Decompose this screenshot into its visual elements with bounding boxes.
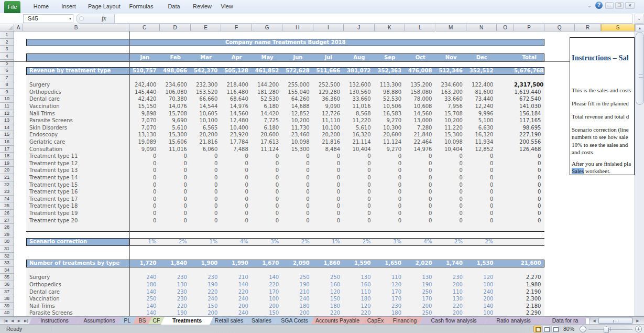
data-cell[interactable]: 170 <box>252 288 279 296</box>
data-cell[interactable]: 0 <box>282 160 309 167</box>
section-monthly-total[interactable]: 505,128 <box>221 68 248 74</box>
data-cell[interactable]: 140 <box>129 303 156 310</box>
data-cell[interactable]: 0 <box>160 174 187 181</box>
data-cell[interactable]: 0 <box>375 202 401 210</box>
ribbon-tab-insert[interactable]: Insert <box>60 0 77 13</box>
data-cell[interactable]: 0 <box>375 181 401 189</box>
data-cell[interactable]: 0 <box>313 217 340 224</box>
data-cell[interactable]: 155,040 <box>282 89 309 96</box>
data-cell[interactable]: 0 <box>466 202 493 210</box>
total-cell[interactable]: 117,165 <box>514 117 541 124</box>
section-grand-total[interactable]: 5,676,768 <box>514 68 541 74</box>
row-header-23[interactable]: 23 <box>0 188 14 196</box>
column-header-S[interactable]: S <box>601 24 635 31</box>
data-cell[interactable]: 0 <box>252 174 279 181</box>
ribbon-tab-review[interactable]: Review <box>191 0 213 13</box>
data-cell[interactable]: 220 <box>221 288 248 296</box>
row-header-14[interactable]: 14 <box>0 124 14 132</box>
section-grand-total[interactable]: 21,600 <box>514 260 541 267</box>
section-monthly-total[interactable]: 461,852 <box>252 68 279 74</box>
data-cell[interactable]: 0 <box>466 167 493 174</box>
data-cell[interactable]: 0 <box>221 210 248 217</box>
scenario-cell[interactable]: 1% <box>313 239 340 245</box>
data-cell[interactable]: 0 <box>191 181 217 189</box>
data-cell[interactable]: 7,280 <box>405 124 432 132</box>
data-cell[interactable]: 15,150 <box>129 103 156 110</box>
data-cell[interactable]: 10,100 <box>313 124 340 132</box>
data-cell[interactable]: 130 <box>160 281 187 288</box>
data-cell[interactable]: 11,124 <box>252 146 279 153</box>
data-cell[interactable]: 0 <box>252 153 279 160</box>
data-cell[interactable]: 5,610 <box>160 124 187 132</box>
row-header-22[interactable]: 22 <box>0 181 14 189</box>
data-cell[interactable]: 14,560 <box>221 110 248 117</box>
data-cell[interactable]: 200 <box>191 309 217 317</box>
data-cell[interactable]: 0 <box>466 210 493 217</box>
row-header-4[interactable]: 4 <box>0 53 14 60</box>
data-cell[interactable]: 0 <box>129 167 156 174</box>
data-cell[interactable]: 106,080 <box>160 89 187 96</box>
ribbon-collapse-icon[interactable]: ⌄ <box>586 3 593 9</box>
data-cell[interactable]: 14,976 <box>405 146 432 153</box>
data-cell[interactable]: 0 <box>375 174 401 181</box>
vertical-scrollbar[interactable]: ▲ <box>635 24 644 316</box>
total-cell[interactable]: 0 <box>514 196 541 203</box>
sheet-tab-cash-flow-analysis[interactable]: Cash flow analysis <box>419 317 488 325</box>
data-cell[interactable]: 0 <box>313 210 340 217</box>
data-cell[interactable]: 0 <box>375 210 401 217</box>
row-label[interactable]: Consultation <box>29 146 62 153</box>
data-cell[interactable]: 15,300 <box>436 131 463 138</box>
data-cell[interactable]: 10,300 <box>375 124 401 132</box>
data-cell[interactable]: 20,200 <box>191 131 217 138</box>
section-monthly-total[interactable]: 381,072 <box>344 68 370 74</box>
view-normal-button[interactable] <box>533 326 541 332</box>
data-cell[interactable]: 140 <box>252 274 279 281</box>
zoom-out-icon[interactable]: − <box>580 326 586 332</box>
data-cell[interactable]: 0 <box>313 202 340 210</box>
data-cell[interactable]: 0 <box>313 181 340 189</box>
row-label[interactable]: Treatment type 14 <box>29 174 78 181</box>
data-cell[interactable]: 0 <box>436 217 463 224</box>
data-cell[interactable]: 0 <box>129 210 156 217</box>
data-cell[interactable]: 12,726 <box>313 110 340 117</box>
data-cell[interactable]: 11,110 <box>313 117 340 124</box>
section-monthly-total[interactable]: 498,066 <box>160 68 187 74</box>
row-header-19[interactable]: 19 <box>0 160 14 167</box>
total-cell[interactable]: 2,317,500 <box>514 81 541 89</box>
data-cell[interactable]: 0 <box>221 174 248 181</box>
scenario-cell[interactable]: 2% <box>466 239 493 245</box>
month-header-mar[interactable]: Mar <box>191 54 221 61</box>
section-monthly-total[interactable]: 1,740 <box>436 260 463 267</box>
data-cell[interactable]: 5,100 <box>466 117 493 124</box>
data-cell[interactable]: 7,070 <box>129 117 156 124</box>
total-cell[interactable]: 1,980 <box>514 281 541 288</box>
name-box-dropdown-icon[interactable]: ▾ <box>67 14 73 23</box>
total-cell[interactable]: 0 <box>514 181 541 189</box>
row-header-35[interactable]: 35 <box>0 274 14 281</box>
data-cell[interactable]: 0 <box>313 174 340 181</box>
vertical-scroll-thumb[interactable] <box>636 32 644 105</box>
data-cell[interactable]: 6,180 <box>252 103 279 110</box>
total-cell[interactable]: 0 <box>514 210 541 217</box>
total-cell[interactable]: 2,300 <box>514 295 541 303</box>
data-cell[interactable]: 0 <box>313 153 340 160</box>
data-cell[interactable]: 13,000 <box>405 117 432 124</box>
data-cell[interactable]: 255,000 <box>282 81 309 89</box>
data-cell[interactable]: 0 <box>221 181 248 189</box>
total-cell[interactable]: 2,290 <box>514 309 541 317</box>
data-cell[interactable]: 0 <box>375 153 401 160</box>
data-cell[interactable]: 0 <box>375 167 401 174</box>
data-cell[interactable]: 0 <box>129 188 156 196</box>
month-header-apr[interactable]: Apr <box>221 54 252 61</box>
total-cell[interactable]: 0 <box>514 174 541 181</box>
data-cell[interactable]: 220 <box>160 303 187 310</box>
data-cell[interactable]: 0 <box>282 153 309 160</box>
data-cell[interactable]: 0 <box>221 217 248 224</box>
data-cell[interactable]: 0 <box>344 153 370 160</box>
data-cell[interactable]: 0 <box>436 174 463 181</box>
row-header-38[interactable]: 38 <box>0 295 14 303</box>
data-cell[interactable]: 0 <box>160 196 187 203</box>
total-cell[interactable]: 156,184 <box>514 110 541 117</box>
scenario-cell[interactable]: 3% <box>375 239 401 245</box>
data-cell[interactable]: 10,098 <box>282 138 309 146</box>
